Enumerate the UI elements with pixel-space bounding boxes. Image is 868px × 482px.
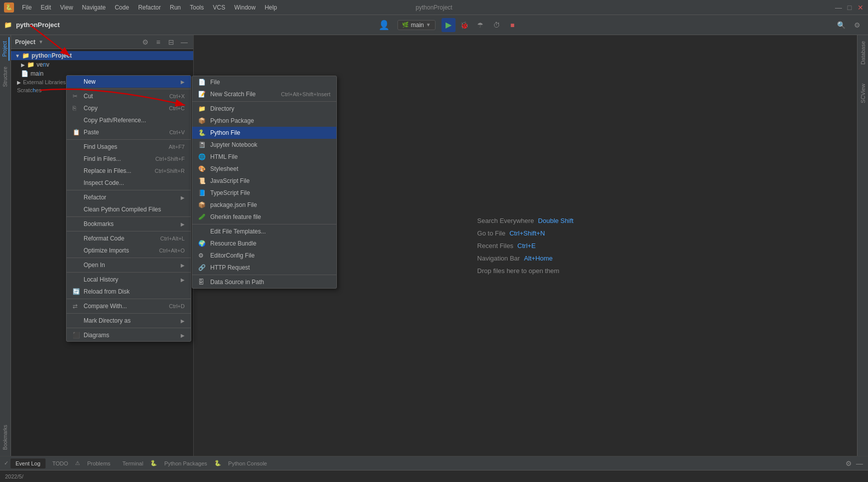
sub-item-gherkin[interactable]: 🥒 Gherkin feature file xyxy=(192,211,336,223)
ctx-item-new[interactable]: New ▶ 📄 File 📝 New Scratch File Ctrl+Alt… xyxy=(67,76,191,88)
sub-item-python-file[interactable]: 🐍 Python File xyxy=(192,127,336,139)
ctx-item-replace-files[interactable]: Replace in Files... Ctrl+Shift+R xyxy=(67,165,191,177)
ctx-item-compare[interactable]: ⇄ Compare With... Ctrl+D xyxy=(67,300,191,312)
stop-button[interactable]: ■ xyxy=(506,18,520,32)
menu-navigate[interactable]: Navigate xyxy=(78,3,110,13)
ctx-item-reload[interactable]: 🔄 Reload from Disk xyxy=(67,286,191,298)
ctx-item-reformat[interactable]: Reformat Code Ctrl+Alt+L xyxy=(67,232,191,245)
tab-terminal[interactable]: Terminal xyxy=(118,458,149,468)
menu-file[interactable]: File xyxy=(18,3,36,13)
scview-tab[interactable]: SCView xyxy=(858,80,868,107)
ctx-item-refactor[interactable]: Refactor ▶ xyxy=(67,191,191,203)
ctx-item-paste[interactable]: 📋 Paste Ctrl+V xyxy=(67,126,191,138)
tab-event-log[interactable]: Event Log xyxy=(11,458,46,468)
ctx-item-find-usages[interactable]: Find Usages Alt+F7 xyxy=(67,141,191,153)
ctx-separator7 xyxy=(67,272,191,273)
tree-item-venv[interactable]: ▶ 📁 venv xyxy=(11,60,193,69)
submenu-separator3 xyxy=(192,275,336,275)
menu-run[interactable]: Run xyxy=(166,3,185,13)
menu-tools[interactable]: Tools xyxy=(186,3,208,13)
sub-item-python-package[interactable]: 📦 Python Package xyxy=(192,115,336,127)
ctx-item-copy[interactable]: ⎘ Copy Ctrl+C xyxy=(67,102,191,114)
ctx-item-diagrams[interactable]: ⬛ Diagrams ▶ xyxy=(67,329,191,341)
tree-item-label: External Libraries xyxy=(23,79,66,85)
sub-item-jupyter[interactable]: 📓 Jupyter Notebook xyxy=(192,139,336,151)
ctx-item-clean-python[interactable]: Clean Python Compiled Files xyxy=(67,203,191,215)
sub-item-scratch[interactable]: 📝 New Scratch File Ctrl+Alt+Shift+Insert xyxy=(192,88,336,100)
sub-label-jupyter: Jupyter Notebook xyxy=(210,141,257,148)
profile-button[interactable]: ⏱ xyxy=(490,18,504,32)
ctx-item-bookmarks[interactable]: Bookmarks ▶ xyxy=(67,218,191,230)
navigation-bar-key: Alt+Home xyxy=(524,255,553,262)
sub-item-html[interactable]: 🌐 HTML File xyxy=(192,151,336,163)
ctx-separator2 xyxy=(67,139,191,140)
sub-item-data-source[interactable]: 🗄 Data Source in Path xyxy=(192,276,336,288)
ctx-label-local-history: Local History xyxy=(84,276,179,283)
maximize-button[interactable]: □ xyxy=(846,4,853,11)
menu-edit[interactable]: Edit xyxy=(37,3,55,13)
structure-tab[interactable]: Structure xyxy=(2,63,9,91)
sub-item-edit-templates[interactable]: Edit File Templates... xyxy=(192,225,336,237)
bottom-settings-icon[interactable]: ⚙ xyxy=(844,459,853,468)
sub-item-stylesheet[interactable]: 🎨 Stylesheet xyxy=(192,163,336,175)
sub-item-http-request[interactable]: 🔗 HTTP Request xyxy=(192,262,336,274)
panel-settings-icon[interactable]: ⚙ xyxy=(140,37,150,47)
ctx-item-inspect-code[interactable]: Inspect Code... xyxy=(67,177,191,189)
menu-view[interactable]: View xyxy=(56,3,77,13)
ctx-label-copy: Copy xyxy=(84,105,165,112)
recent-files-key: Ctrl+E xyxy=(518,242,536,250)
sub-item-typescript[interactable]: 📘 TypeScript File xyxy=(192,187,336,199)
project-panel: Project ▼ ⚙ ≡ ⊟ — ▼ 📁 pythonProject ▶ 📁 … xyxy=(11,35,194,456)
title-bar: 🐍 File Edit View Navigate Code Refactor … xyxy=(0,0,868,15)
menu-window[interactable]: Window xyxy=(230,3,260,13)
sub-item-directory[interactable]: 📁 Directory xyxy=(192,103,336,115)
run-button[interactable]: ▶ xyxy=(442,18,456,32)
menu-refactor[interactable]: Refactor xyxy=(134,3,165,13)
ctx-item-copy-path[interactable]: Copy Path/Reference... xyxy=(67,114,191,126)
tab-python-packages[interactable]: Python Packages xyxy=(159,458,212,468)
settings-button[interactable]: ⚙ xyxy=(850,18,864,32)
copy-shortcut: Ctrl+C xyxy=(169,105,185,111)
bookmarks-tab[interactable]: Bookmarks xyxy=(2,421,9,454)
optimize-shortcut: Ctrl+Alt+O xyxy=(159,248,185,254)
submenu-arrow-icon: ▶ xyxy=(181,79,185,85)
ctx-item-mark-directory[interactable]: Mark Directory as ▶ xyxy=(67,315,191,327)
right-sidebar: Database SCView xyxy=(857,35,868,456)
sub-item-file[interactable]: 📄 File xyxy=(192,76,336,88)
minimize-button[interactable]: — xyxy=(835,4,842,11)
tree-item-pythonproject[interactable]: ▼ 📁 pythonProject xyxy=(11,51,193,60)
menu-vcs[interactable]: VCS xyxy=(209,3,229,13)
sub-item-package-json[interactable]: 📦 package.json File xyxy=(192,199,336,211)
tab-python-console[interactable]: Python Console xyxy=(223,458,272,468)
ctx-item-open-in[interactable]: Open In ▶ xyxy=(67,259,191,271)
ctx-label-open-in: Open In xyxy=(84,262,179,269)
ctx-item-cut[interactable]: ✂ Cut Ctrl+X xyxy=(67,90,191,102)
ctx-item-optimize[interactable]: Optimize Imports Ctrl+Alt+O xyxy=(67,245,191,257)
menu-code[interactable]: Code xyxy=(111,3,133,13)
tab-problems[interactable]: Problems xyxy=(82,458,115,468)
debug-button[interactable]: 🐞 xyxy=(458,18,472,32)
sub-item-resource-bundle[interactable]: 🌍 Resource Bundle xyxy=(192,237,336,250)
run-config-selector[interactable]: 🌿 main ▼ xyxy=(397,20,436,30)
project-tab[interactable]: Project xyxy=(1,37,10,61)
sub-item-editor-config[interactable]: ⚙ EditorConfig File xyxy=(192,250,336,262)
panel-expand-icon[interactable]: ≡ xyxy=(153,37,163,47)
welcome-shortcuts: Search Everywhere Double Shift Go to Fil… xyxy=(477,217,573,275)
problems-icon: ⚠ xyxy=(75,460,80,466)
sub-item-javascript[interactable]: 📜 JavaScript File xyxy=(192,175,336,187)
panel-collapse-icon[interactable]: ⊟ xyxy=(166,37,176,47)
bottom-close-icon[interactable]: — xyxy=(855,459,864,468)
coverage-button[interactable]: ☂ xyxy=(474,18,488,32)
sub-label-html: HTML File xyxy=(210,153,238,160)
menu-help[interactable]: Help xyxy=(261,3,281,13)
ctx-item-find-files[interactable]: Find in Files... Ctrl+Shift+F xyxy=(67,153,191,165)
tab-todo[interactable]: TODO xyxy=(48,458,74,468)
panel-close-icon[interactable]: — xyxy=(179,37,189,47)
database-tab[interactable]: Database xyxy=(858,37,868,69)
ctx-item-local-history[interactable]: Local History ▶ xyxy=(67,274,191,286)
search-button[interactable]: 🔍 xyxy=(834,18,848,32)
close-button[interactable]: ✕ xyxy=(857,4,864,11)
find-files-shortcut: Ctrl+Shift+F xyxy=(155,156,185,162)
find-usages-shortcut: Alt+F7 xyxy=(169,144,185,150)
python-file-icon: 🐍 xyxy=(198,129,207,136)
